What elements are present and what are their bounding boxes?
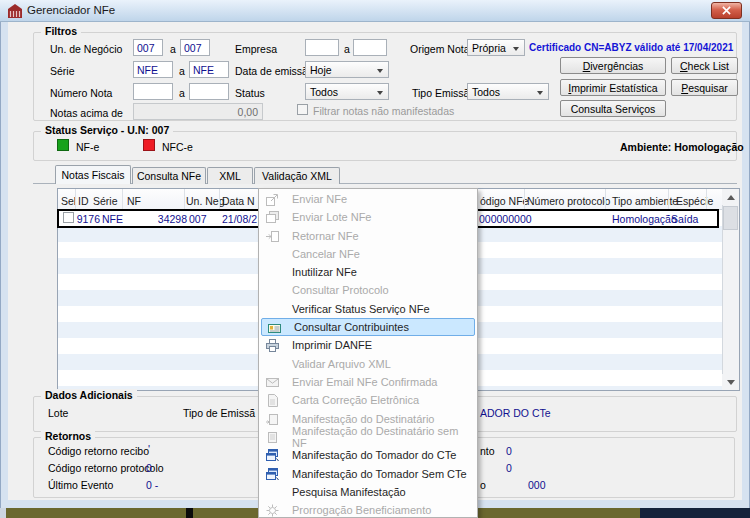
retornos-right-value-3: 000: [528, 479, 546, 491]
filtrar-notas-label: Filtrar notas não manifestadas: [313, 105, 454, 117]
empresa-to-input[interactable]: [353, 39, 387, 56]
status-select[interactable]: Todos: [305, 83, 389, 100]
tab-consulta-nfe-label: Consulta NFe: [137, 170, 201, 182]
empresa-from-input[interactable]: [305, 39, 339, 56]
col-header-id[interactable]: ID: [78, 195, 89, 207]
cell-id: 9176: [68, 213, 100, 225]
tab-validacao-xml[interactable]: Validação XML: [254, 167, 340, 184]
tipo-emissao-label: Tipo Emissão: [412, 87, 475, 99]
col-header-serie[interactable]: Série: [93, 195, 118, 207]
imprimir-estatistica-button[interactable]: Imprimir Estatística: [560, 79, 666, 96]
menu-item-cancelar-nfe[interactable]: Cancelar NFe: [260, 245, 476, 263]
menu-item-retornar-nfe[interactable]: Retornar NFe: [260, 227, 476, 245]
notas-acima-label: Notas acima de: [50, 107, 123, 119]
cell-tipo-ambiente: Homologação: [612, 213, 677, 225]
data-emissao-value: Hoje: [310, 64, 332, 76]
check-list-button[interactable]: Check List: [671, 57, 738, 74]
serie-label: Série: [50, 65, 75, 77]
serie-from-input[interactable]: NFE: [133, 61, 173, 78]
send-nfe-icon: [265, 192, 280, 207]
nfce-status-square-red: [143, 139, 155, 151]
bottom-strip-olive-left: [6, 508, 186, 518]
consulta-servicos-label: Consulta Serviços: [571, 103, 656, 115]
ultimo-evento-value: 0 -: [146, 479, 158, 491]
cell-nf: 34298: [150, 213, 187, 225]
tipo-emissao-value: Todos: [472, 86, 500, 98]
gerenciador-nfe-window: Gerenciador NFe Filtros Un. de Negócio 0…: [0, 0, 750, 518]
origem-nota-label: Origem Nota: [410, 43, 470, 55]
pesquisar-button[interactable]: Pesquisar: [671, 79, 738, 96]
menu-item-enviar-email-nfe-confirmada[interactable]: Enviar Email NFe Confirmada: [260, 373, 476, 391]
close-icon: [722, 6, 731, 15]
menu-item-label: Carta Correção Eletrônica: [292, 394, 419, 406]
status-value: Todos: [310, 86, 338, 98]
context-menu: Enviar NFe Enviar Lote NFe Retornar NFe …: [258, 188, 478, 518]
nfce-status-label: NFC-e: [162, 141, 193, 153]
menu-item-validar-arquivo-xml[interactable]: Validar Arquivo XML: [260, 355, 476, 373]
numero-nota-from-input[interactable]: [133, 83, 173, 100]
cell-data-nota: 21/08/2: [222, 213, 257, 225]
dados-adicionais-title: Dados Adicionais: [41, 389, 137, 401]
ambiente-label: Ambiente: Homologação: [620, 141, 744, 153]
menu-item-verificar-status-servico-nfe[interactable]: Verificar Status Serviço NFe: [260, 300, 476, 318]
tab-xml[interactable]: XML: [207, 167, 253, 184]
menu-item-pesquisa-manifestacao[interactable]: Pesquisa Manifestação: [260, 483, 476, 501]
gear-icon: [265, 503, 280, 518]
email-icon: [265, 375, 280, 390]
close-button[interactable]: [711, 2, 742, 19]
scroll-up-button[interactable]: [722, 189, 739, 205]
scroll-down-button[interactable]: [722, 374, 739, 390]
menu-item-manifestacao-tomador-do-cte[interactable]: Manifestação do Tomador do CTe: [260, 446, 476, 464]
col-header-nf[interactable]: NF: [127, 195, 141, 207]
divergencias-button[interactable]: Divergências: [560, 57, 666, 74]
scrollbar-thumb[interactable]: [723, 206, 738, 230]
titlebar: Gerenciador NFe: [0, 0, 750, 22]
tipo-emissao-dados-label: Tipo de Emissã: [183, 407, 255, 419]
origem-nota-select[interactable]: Própria: [467, 39, 525, 56]
numero-nota-to-input[interactable]: [189, 83, 229, 100]
col-header-especie[interactable]: Espécie: [676, 195, 713, 207]
menu-item-prorrogacao-beneficiamento[interactable]: Prorrogação Beneficiamento: [260, 501, 476, 518]
menu-item-manifestacao-tomador-sem-cte[interactable]: Manifestação do Tomador Sem CTe: [260, 465, 476, 483]
menu-item-enviar-lote-nfe[interactable]: Enviar Lote NFe: [260, 208, 476, 226]
menu-item-enviar-nfe[interactable]: Enviar NFe: [260, 190, 476, 208]
tipo-emissao-select[interactable]: Todos: [467, 83, 549, 100]
column-separator: [605, 189, 606, 209]
menu-item-inutilizar-nfe[interactable]: Inutilizar NFe: [260, 263, 476, 281]
chevron-down-icon: [537, 91, 543, 95]
tab-notas-fiscais[interactable]: Notas Fiscais: [55, 165, 131, 184]
menu-item-label: Manifestação do Destinatário: [292, 413, 434, 425]
consulta-servicos-button[interactable]: Consulta Serviços: [560, 100, 666, 117]
data-emissao-select[interactable]: Hoje: [305, 61, 389, 78]
col-header-codigo-nfe[interactable]: ódigo NFe: [480, 195, 528, 207]
codigo-retorno-recibo-value: ': [148, 443, 150, 455]
menu-item-label: Consultar Protocolo: [292, 284, 389, 296]
nfe-status-square-green: [57, 139, 69, 151]
column-separator: [122, 189, 123, 209]
menu-item-label: Imprimir DANFE: [292, 339, 372, 351]
menu-item-carta-correcao-eletronica[interactable]: Carta Correção Eletrônica: [260, 391, 476, 409]
col-header-numero-protocolo[interactable]: Número protocolo: [527, 195, 610, 207]
menu-item-consultar-protocolo[interactable]: Consultar Protocolo: [260, 281, 476, 299]
serie-to-input[interactable]: NFE: [189, 61, 229, 78]
col-header-data[interactable]: Data N: [222, 195, 255, 207]
col-header-sel[interactable]: Sel: [61, 195, 76, 207]
filtrar-notas-checkbox[interactable]: [297, 104, 308, 115]
cell-codigo-nfe: 000000000: [479, 213, 532, 225]
tab-consulta-nfe[interactable]: Consulta NFe: [132, 167, 206, 184]
menu-item-label: Enviar Email NFe Confirmada: [292, 376, 438, 388]
letter-page-icon: [265, 393, 280, 408]
cte-windows-icon: [265, 467, 280, 482]
return-nfe-icon: [265, 229, 280, 244]
filtros-title: Filtros: [41, 25, 81, 37]
un-negocio-to-input[interactable]: 007: [180, 39, 210, 56]
menu-item-manifestacao-destinatario-sem-nf[interactable]: Manifestação do Destinatário sem NF: [260, 428, 476, 446]
origem-nota-value: Própria: [472, 42, 506, 54]
menu-item-imprimir-danfe[interactable]: Imprimir DANFE: [260, 336, 476, 354]
ultimo-evento-label: Último Evento: [48, 479, 113, 491]
cte-windows-icon: [265, 448, 280, 463]
printer-icon: [265, 338, 280, 353]
menu-item-consultar-contribuintes[interactable]: Consultar Contribuintes: [261, 318, 475, 336]
un-negocio-from-input[interactable]: 007: [133, 39, 163, 56]
menu-item-label: Consultar Contribuintes: [294, 321, 409, 333]
